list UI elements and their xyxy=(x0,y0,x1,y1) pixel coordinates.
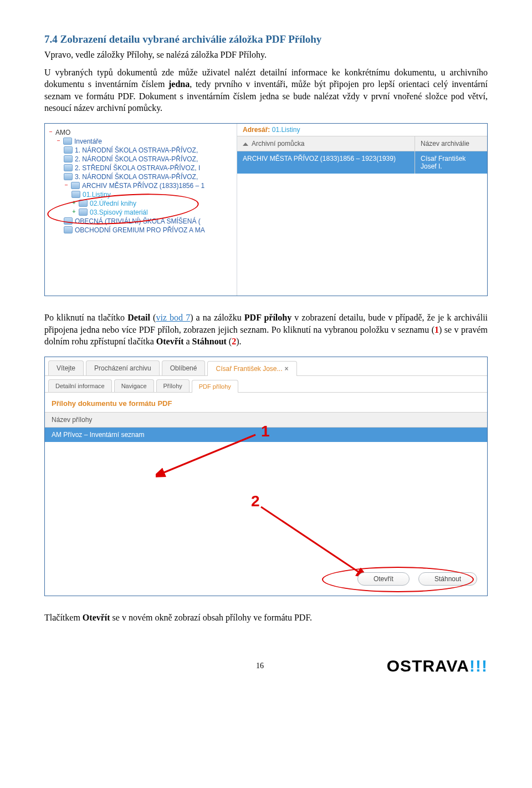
tab-welcome[interactable]: Vítejte xyxy=(48,360,84,375)
tree-node[interactable]: –Inventáře xyxy=(56,137,237,146)
page-number: 16 xyxy=(256,662,264,670)
folder-icon xyxy=(79,200,88,207)
page-footer: 16 OSTRAVA!!! xyxy=(44,657,488,675)
folder-icon xyxy=(64,217,73,225)
collapse-icon[interactable]: – xyxy=(48,130,53,135)
screenshot-pdf-attachments: Vítejte Procházení archivu Oblíbené Císa… xyxy=(44,357,488,596)
tree-node[interactable]: 1. NÁRODNÍ ŠKOLA OSTRAVA-PŘÍVOZ, xyxy=(64,146,237,155)
link-viz-bod-7[interactable]: viz bod 7 xyxy=(156,313,190,322)
brand-logo: OSTRAVA!!! xyxy=(387,657,488,675)
folder-icon xyxy=(63,138,72,145)
open-button[interactable]: Otevřít xyxy=(357,572,410,586)
tree-node[interactable]: –ARCHIV MĚSTA PŘÍVOZ (1833)1856 – 1 xyxy=(64,181,237,190)
tree-node[interactable]: 3. NÁRODNÍ ŠKOLA OSTRAVA-PŘÍVOZ, xyxy=(64,172,237,181)
annotation-number-1: 1 xyxy=(261,423,270,440)
grid-row-selected[interactable]: ARCHIV MĚSTA PŘÍVOZ (1833)1856 – 1923(19… xyxy=(237,151,487,174)
folder-tree: –AMO –Inventáře 1. NÁRODNÍ ŠKOLA OSTRAVA… xyxy=(45,124,237,296)
para-open-note: Tlačítkem Otevřít se v novém okně zobraz… xyxy=(44,612,488,624)
collapse-icon[interactable]: – xyxy=(64,183,69,188)
grid-header: Archivní pomůcka Název archiválie xyxy=(237,136,487,151)
folder-icon xyxy=(79,209,88,216)
text: ( xyxy=(150,313,156,322)
text: ) a na záložku xyxy=(190,313,244,322)
cell-finding-aid: ARCHIV MĚSTA PŘÍVOZ (1833)1856 – 1923(19… xyxy=(237,151,415,174)
tree-label: OBCHODNÍ GREMIUM PRO PŘÍVOZ A MA xyxy=(75,226,205,234)
tab-pdf-attachments[interactable]: PDF přílohy xyxy=(192,380,238,393)
tree-node[interactable]: +03.Spisový materiál xyxy=(71,208,237,217)
bold-pdf-prilohy: PDF přílohy xyxy=(244,313,291,322)
text: ). xyxy=(236,337,241,346)
tab-navigation[interactable]: Navigace xyxy=(114,379,154,392)
tab-detail-info[interactable]: Detailní informace xyxy=(48,379,112,392)
folder-icon xyxy=(64,226,73,233)
brand-exclaim: !!! xyxy=(469,657,488,675)
section-title: Přílohy dokumentu ve formátu PDF xyxy=(45,393,487,412)
tree-label: OBECNÁ (TRIVIÁLNÍ) ŠKOLA SMÍŠENÁ ( xyxy=(75,217,201,225)
folder-icon xyxy=(71,182,80,189)
tree-node[interactable]: 2. NÁRODNÍ ŠKOLA OSTRAVA-PŘÍVOZ, xyxy=(64,155,237,164)
close-icon[interactable]: × xyxy=(285,365,289,373)
folder-icon xyxy=(71,191,80,198)
expand-icon[interactable]: + xyxy=(71,210,76,215)
tab-attachments[interactable]: Přílohy xyxy=(156,379,190,392)
folder-icon xyxy=(64,164,73,171)
grid-pane: Adresář: 01.Listiny Archivní pomůcka Náz… xyxy=(237,124,487,296)
text: a xyxy=(184,337,192,346)
tab-browse-archive[interactable]: Procházení archivu xyxy=(86,360,160,375)
screenshot-tree-grid: –AMO –Inventáře 1. NÁRODNÍ ŠKOLA OSTRAVA… xyxy=(44,123,488,296)
tree-label: 2. NÁRODNÍ ŠKOLA OSTRAVA-PŘÍVOZ, xyxy=(75,155,198,163)
bold-stahnout: Stáhnout xyxy=(192,337,227,346)
text: se v novém okně zobrazí obsah přílohy ve… xyxy=(110,613,312,622)
main-tabs: Vítejte Procházení archivu Oblíbené Císa… xyxy=(45,357,487,376)
tab-document-active[interactable]: Císař František Jose...× xyxy=(207,361,296,376)
tree-label: ARCHIV MĚSTA PŘÍVOZ (1833)1856 – 1 xyxy=(82,182,204,190)
callout-1: 1 xyxy=(434,325,439,334)
col-label: Archivní pomůcka xyxy=(252,140,304,148)
tree-label: 03.Spisový materiál xyxy=(90,209,148,216)
tree-node[interactable]: 2. STŘEDNÍ ŠKOLA OSTRAVA-PŘÍVOZ, I xyxy=(64,164,237,172)
column-finding-aid[interactable]: Archivní pomůcka xyxy=(237,136,415,151)
sub-tabs: Detailní informace Navigace Přílohy PDF … xyxy=(45,376,487,393)
bold-otevrit: Otevřít xyxy=(83,613,110,622)
tab-favorites[interactable]: Oblíbené xyxy=(162,360,206,375)
tree-node[interactable]: OBCHODNÍ GREMIUM PRO PŘÍVOZ A MA xyxy=(64,226,237,235)
text: Tlačítkem xyxy=(44,613,83,622)
tree-label: 01.Listiny xyxy=(83,191,111,199)
tree-label: 1. NÁRODNÍ ŠKOLA OSTRAVA-PŘÍVOZ, xyxy=(75,146,198,154)
button-row: Otevřít Stáhnout xyxy=(357,572,477,586)
address-bar: Adresář: 01.Listiny xyxy=(237,124,487,136)
tree-node[interactable]: +02.Úřední knihy xyxy=(71,199,237,208)
tree-node[interactable]: OBECNÁ (TRIVIÁLNÍ) ŠKOLA SMÍŠENÁ ( xyxy=(64,217,237,226)
sort-asc-icon xyxy=(243,143,248,146)
tree-label: 3. NÁRODNÍ ŠKOLA OSTRAVA-PŘÍVOZ, xyxy=(75,173,198,181)
text: ( xyxy=(227,337,232,346)
column-archival-name[interactable]: Název archiválie xyxy=(415,136,487,151)
section-heading: 7.4 Zobrazení detailu vybrané archiválie… xyxy=(44,33,488,45)
address-value: 01.Listiny xyxy=(272,126,300,134)
folder-icon xyxy=(64,155,73,162)
download-button[interactable]: Stáhnout xyxy=(418,572,477,586)
tree-label: AMO xyxy=(55,129,70,136)
text: Po kliknutí na tlačítko xyxy=(44,313,127,322)
folder-icon xyxy=(64,146,73,154)
bold-otevrit: Otevřít xyxy=(156,337,184,346)
annotation-number-2: 2 xyxy=(251,492,260,510)
callout-2: 2 xyxy=(232,337,236,346)
tab-label: Císař František Jose... xyxy=(216,365,282,373)
tree-label: 2. STŘEDNÍ ŠKOLA OSTRAVA-PŘÍVOZ, I xyxy=(75,164,200,172)
tree-node-selected[interactable]: 01.Listiny xyxy=(71,190,237,199)
tree-label: Inventáře xyxy=(74,138,102,145)
intro-para-2: U vybraných typů dokumentů zde může uživ… xyxy=(44,67,488,114)
highlight-jedna: jedna xyxy=(168,79,190,89)
tree-node-root[interactable]: –AMO xyxy=(48,128,237,137)
cell-archival-name: Císař František Josef I. xyxy=(415,151,487,174)
expand-icon[interactable]: + xyxy=(71,201,76,206)
folder-icon xyxy=(64,173,73,180)
para-detail-instructions: Po kliknutí na tlačítko Detail (viz bod … xyxy=(44,312,488,348)
intro-para-1: Vpravo, vedle záložky Přílohy, se nalézá… xyxy=(44,49,488,61)
collapse-icon[interactable]: – xyxy=(56,139,61,144)
brand-text: OSTRAVA xyxy=(387,657,469,675)
tree-label: 02.Úřední knihy xyxy=(90,200,136,207)
svg-line-1 xyxy=(261,507,361,573)
address-label: Adresář: xyxy=(243,126,270,134)
